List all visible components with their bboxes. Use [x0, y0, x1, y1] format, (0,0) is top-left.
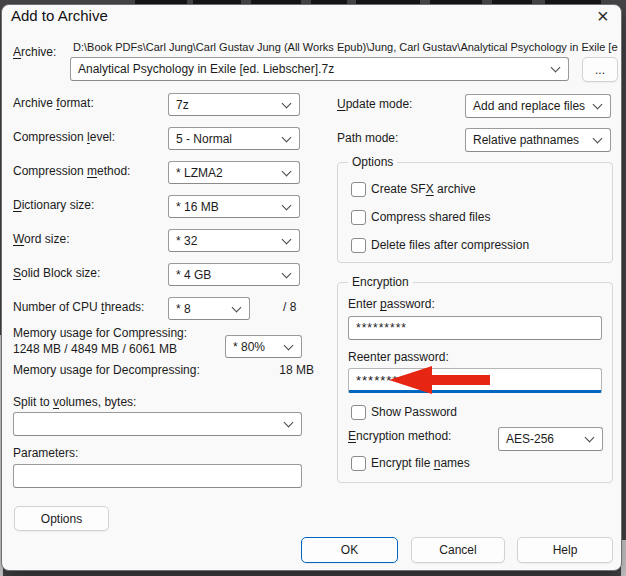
memory-usage-value: * 80% — [233, 340, 265, 354]
help-button[interactable]: Help — [517, 537, 613, 563]
chevron-down-icon — [585, 433, 595, 443]
close-icon[interactable]: × — [597, 6, 609, 26]
cpu-threads-label: Number of CPU threads: — [13, 300, 144, 314]
chevron-down-icon — [282, 98, 292, 108]
show-password-checkbox[interactable] — [351, 405, 366, 420]
screen: Add to Archive × Archive: D:\Book PDFs\C… — [0, 0, 626, 576]
chevron-down-icon — [282, 200, 292, 210]
encryption-method-value: AES-256 — [506, 432, 554, 446]
split-volumes-combobox[interactable] — [13, 412, 302, 436]
cpu-threads-value: * 8 — [176, 302, 191, 316]
show-password-label: Show Password — [371, 405, 457, 419]
solid-block-size-label: Solid Block size: — [13, 266, 100, 280]
chevron-down-icon — [593, 134, 603, 144]
archive-path-text: D:\Book PDFs\Carl Jung\Carl Gustav Jung … — [73, 41, 618, 54]
compression-level-value: 5 - Normal — [176, 132, 232, 146]
chevron-down-icon — [282, 132, 292, 142]
encryption-method-label: Encryption method: — [348, 429, 451, 443]
update-mode-combobox[interactable]: Add and replace files — [465, 94, 611, 118]
create-sfx-label: Create SFX archive — [371, 182, 476, 196]
chevron-down-icon — [593, 100, 603, 110]
update-mode-label: Update mode: — [337, 97, 412, 111]
archive-name-value: Analytical Psychology in Exile [ed. Lieb… — [78, 62, 334, 76]
solid-block-size-combobox[interactable]: * 4 GB — [168, 263, 300, 286]
archive-format-combobox[interactable]: 7z — [168, 93, 300, 116]
archive-format-label: Archive format: — [13, 96, 94, 110]
enter-password-label: Enter password: — [348, 297, 435, 311]
encrypt-file-names-label: Encrypt file names — [371, 456, 470, 470]
encrypt-file-names-checkbox[interactable] — [351, 456, 366, 471]
parameters-label: Parameters: — [13, 446, 78, 460]
chevron-down-icon — [282, 166, 292, 176]
word-size-value: * 32 — [176, 234, 197, 248]
memory-decompressing-value: 18 MB — [262, 363, 314, 377]
update-mode-value: Add and replace files — [473, 99, 585, 113]
compression-method-combobox[interactable]: * LZMA2 — [168, 161, 300, 184]
chevron-down-icon — [551, 63, 561, 73]
enter-password-value: ********* — [356, 321, 407, 335]
dictionary-size-combobox[interactable]: * 16 MB — [168, 195, 300, 218]
path-mode-label: Path mode: — [337, 131, 398, 145]
reenter-password-label: Reenter password: — [348, 350, 449, 364]
parameters-input[interactable] — [13, 464, 302, 488]
archive-format-value: 7z — [176, 98, 189, 112]
memory-compressing-detail: 1248 MB / 4849 MB / 6061 MB — [13, 342, 177, 356]
encryption-group-title: Encryption — [348, 275, 413, 289]
dialog-title: Add to Archive — [11, 7, 108, 24]
memory-decompressing-label: Memory usage for Decompressing: — [13, 363, 200, 377]
cpu-threads-combobox[interactable]: * 8 — [168, 297, 250, 320]
delete-after-label: Delete files after compression — [371, 238, 529, 252]
enter-password-input[interactable]: ********* — [348, 316, 602, 340]
chevron-down-icon — [282, 268, 292, 278]
archive-name-combobox[interactable]: Analytical Psychology in Exile [ed. Lieb… — [70, 57, 569, 81]
browse-button[interactable]: ... — [582, 57, 618, 82]
split-volumes-label: Split to volumes, bytes: — [13, 395, 136, 409]
compress-shared-checkbox[interactable] — [351, 210, 366, 225]
compression-level-combobox[interactable]: 5 - Normal — [168, 127, 300, 150]
chevron-down-icon — [284, 340, 294, 350]
compression-method-label: Compression method: — [13, 164, 130, 178]
archive-label: Archive: — [13, 45, 56, 59]
word-size-label: Word size: — [13, 232, 69, 246]
ok-button[interactable]: OK — [301, 537, 398, 563]
red-arrow-annotation — [389, 366, 490, 394]
memory-usage-combobox[interactable]: * 80% — [225, 335, 302, 358]
chevron-down-icon — [232, 302, 242, 312]
options-button[interactable]: Options — [14, 506, 109, 531]
cpu-threads-max: / 8 — [283, 300, 296, 314]
word-size-combobox[interactable]: * 32 — [168, 229, 300, 252]
options-group-title: Options — [348, 155, 397, 169]
solid-block-size-value: * 4 GB — [176, 268, 211, 282]
dictionary-size-label: Dictionary size: — [13, 198, 94, 212]
path-mode-combobox[interactable]: Relative pathnames — [465, 128, 611, 152]
dictionary-size-value: * 16 MB — [176, 200, 219, 214]
cancel-button[interactable]: Cancel — [411, 537, 505, 563]
chevron-down-icon — [284, 418, 294, 428]
delete-after-checkbox[interactable] — [351, 238, 366, 253]
path-mode-value: Relative pathnames — [473, 133, 579, 147]
memory-compressing-label: Memory usage for Compressing: — [13, 326, 187, 340]
compress-shared-label: Compress shared files — [371, 210, 490, 224]
chevron-down-icon — [282, 234, 292, 244]
encryption-method-combobox[interactable]: AES-256 — [498, 427, 603, 451]
compression-method-value: * LZMA2 — [176, 166, 223, 180]
create-sfx-checkbox[interactable] — [351, 182, 366, 197]
compression-level-label: Compression level: — [13, 130, 115, 144]
